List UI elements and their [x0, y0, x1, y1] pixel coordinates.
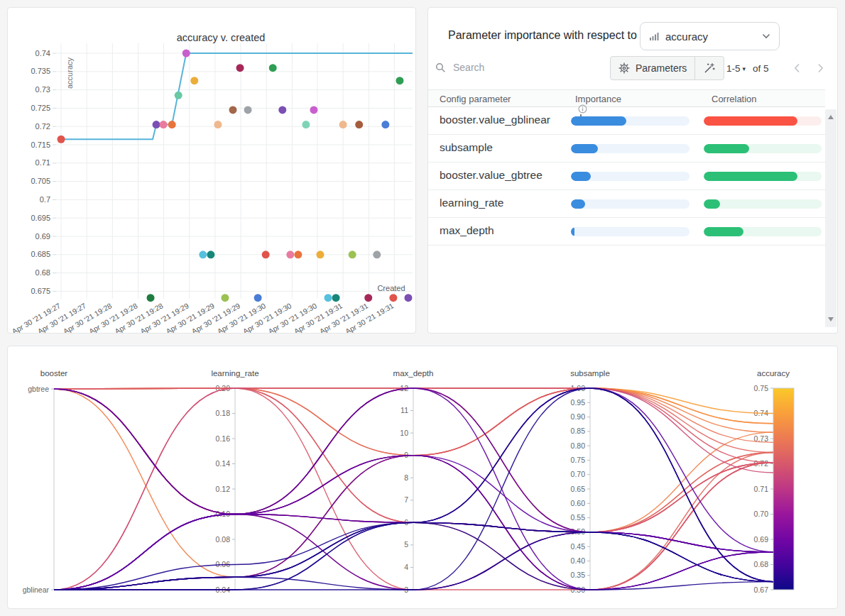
table-row[interactable]: booster.value_gbtree — [428, 163, 825, 190]
data-point[interactable] — [254, 294, 262, 302]
metric-dropdown[interactable]: accuracy — [640, 22, 780, 50]
parameters-button-label: Parameters — [636, 62, 687, 74]
tick-label: 0.75 — [571, 456, 586, 464]
tick-label: 10 — [400, 429, 408, 437]
tick-label: 0.60 — [571, 499, 586, 507]
data-point[interactable] — [339, 121, 347, 128]
table-toolbar: Parameters 1-5 ▾ of 5 — [428, 56, 837, 80]
importance-bar — [571, 227, 689, 236]
scatter-plot-panel: 0.740.7350.730.7250.720.7150.710.7050.70… — [7, 7, 416, 334]
data-point[interactable] — [389, 294, 397, 302]
data-point[interactable] — [207, 251, 214, 258]
search-box[interactable] — [435, 61, 547, 74]
config-parameter-name: booster.value_gbtree — [440, 169, 543, 182]
importance-bar — [571, 116, 689, 126]
bar-chart-icon — [649, 31, 659, 41]
tick-label: 0.95 — [571, 398, 586, 407]
accuracy-colorbar — [773, 388, 794, 590]
prev-page-button[interactable] — [789, 60, 805, 76]
tick-label: 0.80 — [571, 441, 586, 450]
tick-label: 0.70 — [571, 470, 586, 478]
data-point[interactable] — [286, 251, 294, 258]
importance-bar — [571, 199, 689, 209]
importance-bar — [571, 172, 689, 181]
table-header: Config parameter Importance Correlation — [428, 89, 825, 107]
tick-label: 11 — [400, 406, 408, 414]
data-point[interactable] — [316, 251, 324, 258]
data-point[interactable] — [269, 64, 277, 72]
correlation-bar — [704, 172, 822, 181]
next-page-button[interactable] — [812, 60, 828, 76]
data-point[interactable] — [355, 121, 363, 128]
column-correlation[interactable]: Correlation — [712, 94, 757, 104]
axis-title-max_depth: max_depth — [393, 369, 434, 378]
data-point[interactable] — [153, 121, 160, 128]
data-point[interactable] — [278, 106, 286, 114]
data-point[interactable] — [168, 121, 176, 128]
data-point[interactable] — [404, 294, 412, 302]
data-point[interactable] — [182, 50, 190, 57]
parallel-coordinates-chart: boostergbtreegblinearlearning_rate0.200.… — [8, 346, 837, 608]
table-scrollbar[interactable] — [825, 109, 836, 327]
tick-label: gblinear — [23, 585, 50, 594]
axis-title-accuracy: accuracy — [757, 369, 790, 378]
gear-icon — [618, 62, 630, 74]
importance-bar — [571, 144, 689, 153]
tick-label: 0.67 — [754, 585, 769, 594]
table-row[interactable]: max_depth — [428, 218, 825, 246]
importance-bar-fill — [571, 116, 626, 126]
tick-label: 0.69 — [754, 535, 769, 544]
config-parameter-name: subsample — [440, 141, 493, 154]
data-point[interactable] — [244, 106, 252, 114]
parameters-button[interactable]: Parameters — [611, 57, 694, 79]
data-point[interactable] — [381, 121, 389, 128]
data-point[interactable] — [262, 251, 270, 258]
data-point[interactable] — [310, 106, 317, 114]
data-point[interactable] — [58, 136, 65, 143]
data-point[interactable] — [302, 121, 310, 128]
axis-title-learning_rate: learning_rate — [211, 369, 258, 378]
tick-label: 0.75 — [754, 384, 769, 392]
pagination[interactable]: 1-5 ▾ of 5 — [726, 56, 769, 80]
importance-bar-fill — [571, 199, 585, 209]
y-tick-label: 0.695 — [31, 214, 50, 222]
magic-wand-button[interactable] — [694, 57, 724, 79]
table-row[interactable]: booster.value_gblinear — [428, 107, 825, 135]
data-point[interactable] — [396, 77, 403, 84]
tick-label: 5 — [404, 540, 408, 549]
data-point[interactable] — [349, 251, 356, 258]
data-point[interactable] — [175, 92, 182, 99]
magic-wand-icon — [703, 62, 716, 75]
tick-label: gbtree — [28, 385, 49, 393]
data-point[interactable] — [229, 106, 236, 114]
data-point[interactable] — [332, 294, 340, 302]
y-tick-label: 0.69 — [36, 232, 50, 241]
table-row[interactable]: learning_rate — [428, 190, 825, 218]
y-tick-label: 0.705 — [31, 177, 50, 185]
data-point[interactable] — [373, 251, 381, 258]
data-point[interactable] — [236, 64, 244, 72]
search-input[interactable] — [452, 61, 547, 74]
data-point[interactable] — [364, 294, 372, 302]
data-point[interactable] — [214, 121, 222, 128]
data-point[interactable] — [190, 77, 198, 84]
tick-label: 0.55 — [571, 513, 586, 522]
tick-label: 0.71 — [754, 485, 769, 493]
tick-label: 7 — [404, 495, 408, 504]
data-point[interactable] — [147, 294, 155, 302]
column-config-parameter[interactable]: Config parameter — [440, 94, 511, 104]
data-point[interactable] — [160, 121, 168, 128]
chart-title: accuracy v. created — [177, 32, 266, 43]
y-tick-label: 0.72 — [36, 122, 50, 131]
panel-title: Parameter importance with respect to — [448, 29, 637, 42]
correlation-bar — [704, 144, 822, 153]
data-point[interactable] — [221, 294, 229, 302]
y-tick-label: 0.675 — [31, 287, 50, 295]
table-row[interactable]: subsample — [428, 135, 825, 163]
data-point[interactable] — [199, 251, 207, 258]
scroll-up-icon[interactable] — [828, 115, 834, 119]
data-point[interactable] — [325, 294, 332, 302]
tick-label: 4 — [404, 563, 408, 571]
data-point[interactable] — [294, 251, 302, 258]
scroll-down-icon[interactable] — [828, 317, 834, 321]
